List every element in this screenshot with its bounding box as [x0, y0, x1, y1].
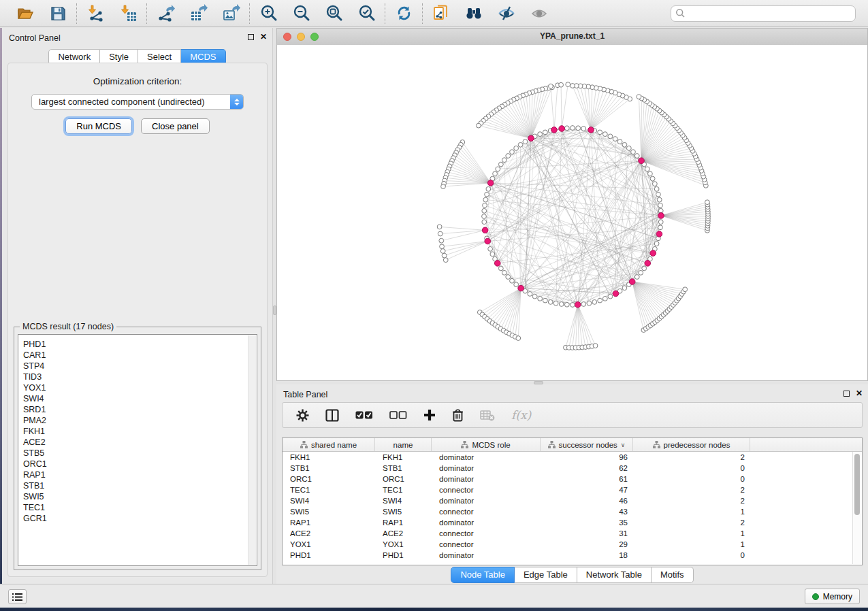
graph-node[interactable] [514, 146, 519, 150]
graph-node[interactable] [657, 197, 662, 202]
graph-leaf-node[interactable] [549, 84, 553, 88]
deselect-all-button[interactable] [389, 410, 407, 420]
graph-hub-node-selected[interactable] [639, 158, 645, 164]
graph-node[interactable] [553, 301, 558, 306]
table-row[interactable]: SWI4SWI4dominator462 [283, 495, 862, 506]
graph-node[interactable] [543, 130, 547, 135]
graph-leaf-node[interactable] [559, 82, 564, 87]
graph-leaf-node[interactable] [440, 244, 445, 249]
graph-node[interactable] [658, 203, 663, 208]
mcds-result-item[interactable]: FKH1 [23, 426, 257, 437]
zoom-in-button[interactable] [259, 4, 278, 23]
graph-leaf-node[interactable] [442, 253, 447, 258]
graph-leaf-node[interactable] [438, 231, 443, 236]
mcds-result-list[interactable]: PHD1CAR1STP4TID3YOX1SWI4SRD1PMA2FKH1ACE2… [18, 334, 257, 566]
zoom-fit-button[interactable] [324, 4, 343, 23]
open-file-button[interactable] [16, 4, 35, 23]
graph-node[interactable] [639, 270, 643, 275]
graph-leaf-node[interactable] [440, 249, 445, 254]
graph-node[interactable] [506, 275, 511, 280]
graph-node[interactable] [548, 300, 553, 305]
close-table-panel-icon[interactable]: ✕ [856, 389, 863, 397]
graph-node[interactable] [581, 302, 586, 307]
graph-node[interactable] [581, 127, 586, 131]
graph-hub-node-selected[interactable] [650, 250, 656, 257]
graph-node[interactable] [652, 182, 657, 186]
graph-node[interactable] [642, 266, 647, 271]
mcds-result-item[interactable]: PMA2 [23, 415, 257, 426]
graph-node[interactable] [506, 154, 511, 159]
graph-node[interactable] [510, 150, 515, 154]
graph-leaf-node[interactable] [637, 95, 641, 99]
mcds-result-item[interactable]: YOX1 [23, 382, 257, 393]
graph-leaf-node[interactable] [439, 238, 444, 243]
graph-node[interactable] [538, 132, 543, 137]
graph-node[interactable] [645, 167, 649, 171]
table-row[interactable]: ORC1ORC1dominator610 [283, 474, 862, 484]
table-scrollbar-thumb[interactable] [854, 454, 860, 515]
mcds-result-item[interactable]: TEC1 [23, 502, 257, 513]
column-header-successor-nodes[interactable]: successor nodes∨ [541, 438, 633, 451]
graph-node[interactable] [648, 171, 653, 176]
save-session-button[interactable] [48, 4, 67, 23]
export-network-button[interactable] [156, 4, 175, 23]
graph-node[interactable] [483, 197, 488, 202]
new-network-from-selection-button[interactable] [432, 4, 451, 23]
graph-node[interactable] [482, 220, 487, 225]
mcds-result-item[interactable]: ORC1 [23, 459, 257, 469]
tab-motifs[interactable]: Motifs [652, 567, 694, 583]
select-all-button[interactable] [355, 410, 373, 420]
graph-node[interactable] [538, 296, 543, 301]
mcds-result-item[interactable]: GCR1 [23, 513, 257, 524]
table-row[interactable]: RAP1RAP1dominator352 [283, 517, 862, 528]
graph-node[interactable] [613, 137, 617, 142]
graph-node[interactable] [523, 139, 528, 144]
table-scrollbar[interactable] [852, 452, 861, 564]
import-network-button[interactable] [86, 4, 105, 23]
function-builder-button[interactable]: f(x) [511, 408, 531, 422]
graph-node[interactable] [658, 220, 663, 225]
table-row[interactable]: STB1STB1dominator620 [283, 463, 862, 474]
graph-hub-node-selected[interactable] [588, 127, 594, 133]
graph-node[interactable] [608, 294, 613, 299]
graph-leaf-node[interactable] [570, 84, 575, 88]
show-all-button[interactable] [530, 4, 549, 23]
graph-node[interactable] [488, 246, 493, 251]
graph-hub-node-selected[interactable] [575, 301, 581, 308]
table-row[interactable]: YOX1YOX1connector291 [283, 539, 862, 550]
graph-leaf-node[interactable] [437, 225, 442, 229]
graph-hub-node-selected[interactable] [485, 238, 491, 244]
delete-table-button[interactable] [480, 410, 495, 421]
graph-node[interactable] [592, 300, 597, 305]
column-header-mcds-role[interactable]: MCDS role [432, 438, 541, 451]
tab-edge-table[interactable]: Edge Table [515, 567, 577, 583]
graph-node[interactable] [622, 142, 627, 147]
add-column-button[interactable] [423, 409, 436, 421]
graph-node[interactable] [570, 126, 575, 131]
table-row[interactable]: ACE2ACE2connector311 [283, 528, 862, 539]
import-table-button[interactable] [118, 4, 138, 23]
memory-button[interactable]: Memory [805, 589, 860, 604]
mcds-result-item[interactable]: CAR1 [23, 350, 257, 361]
graph-node[interactable] [564, 126, 569, 131]
mcds-result-item[interactable]: STB1 [23, 480, 257, 491]
graph-node[interactable] [518, 142, 523, 147]
graph-node[interactable] [602, 296, 607, 301]
float-table-panel-icon[interactable] [843, 391, 850, 397]
zoom-selected-button[interactable] [357, 4, 376, 23]
graph-node[interactable] [559, 302, 564, 307]
graph-node[interactable] [486, 186, 491, 191]
graph-node[interactable] [570, 303, 575, 308]
graph-node[interactable] [631, 150, 636, 154]
graph-hub-node-selected[interactable] [658, 213, 664, 219]
first-neighbors-button[interactable] [464, 4, 483, 23]
mcds-result-item[interactable]: PHD1 [23, 339, 257, 350]
criterion-dropdown[interactable]: largest connected component (undirected) [31, 94, 244, 110]
tab-network-table[interactable]: Network Table [577, 567, 652, 583]
export-image-button[interactable] [221, 4, 240, 23]
graph-node[interactable] [564, 302, 569, 307]
graph-node[interactable] [576, 126, 581, 131]
graph-hub-node-selected[interactable] [494, 261, 500, 267]
table-row[interactable]: FKH1FKH1dominator962 [283, 452, 862, 463]
graph-node[interactable] [587, 301, 592, 306]
